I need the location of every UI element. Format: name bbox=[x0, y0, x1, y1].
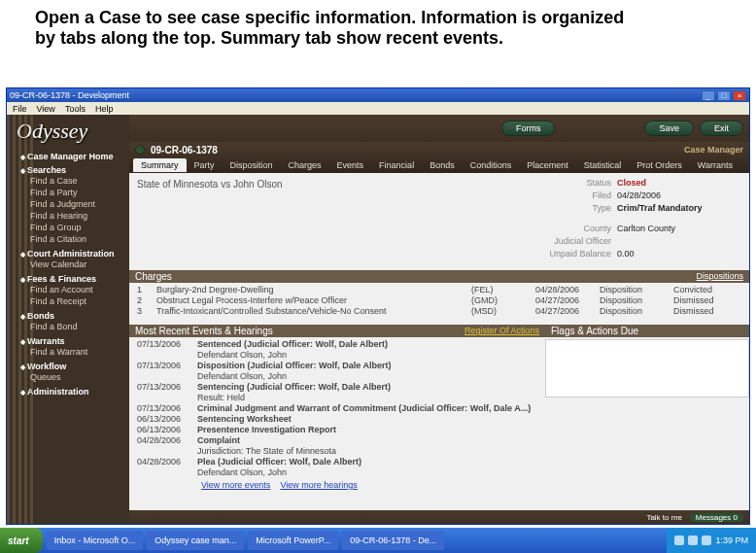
county-label: County bbox=[533, 223, 611, 235]
flags-title: Flags & Actions Due bbox=[551, 326, 638, 336]
taskbar: start Inbox - Microsoft O... Odyssey cas… bbox=[0, 528, 756, 553]
nav-find-account[interactable]: Find an Account bbox=[20, 284, 125, 295]
menu-file[interactable]: File bbox=[13, 104, 27, 114]
events-header: Most Recent Events & Hearings Register O… bbox=[129, 325, 545, 337]
nav-find-judgment[interactable]: Find a Judgment bbox=[20, 198, 125, 210]
event-detail: Defendant Olson, John bbox=[135, 467, 539, 478]
nav-fees[interactable]: Fees & Finances bbox=[20, 274, 125, 284]
case-back-icon[interactable] bbox=[135, 145, 145, 155]
close-button[interactable]: × bbox=[733, 90, 746, 101]
tab-financial[interactable]: Financial bbox=[371, 158, 422, 172]
nav-view-calendar[interactable]: View Calendar bbox=[20, 259, 125, 270]
nav-find-hearing[interactable]: Find a Hearing bbox=[20, 210, 125, 222]
menu-tools[interactable]: Tools bbox=[65, 104, 86, 114]
nav-find-bond[interactable]: Find a Bond bbox=[20, 321, 125, 332]
exit-button[interactable]: Exit bbox=[700, 121, 743, 136]
tabs: Summary Party Disposition Charges Events… bbox=[129, 157, 749, 173]
tab-events[interactable]: Events bbox=[329, 158, 372, 172]
tab-conditions[interactable]: Conditions bbox=[463, 158, 520, 172]
charges-title: Charges bbox=[135, 271, 172, 282]
status-bar: Talk to me Messages 0 bbox=[129, 510, 749, 524]
tab-bonds[interactable]: Bonds bbox=[422, 158, 463, 172]
forms-button[interactable]: Forms bbox=[501, 121, 556, 136]
charge-row[interactable]: 3Traffic-Intoxicant/Controlled Substance… bbox=[135, 306, 743, 317]
nav-find-warrant[interactable]: Find a Warrant bbox=[20, 346, 125, 358]
view-more-hearings-link[interactable]: View more hearings bbox=[280, 480, 357, 490]
nav-warrants[interactable]: Warrants bbox=[20, 336, 125, 346]
task-item[interactable]: 09-CR-06-1378 - De... bbox=[342, 531, 444, 550]
balance-label: Unpaid Balance bbox=[533, 248, 611, 260]
task-item[interactable]: Microsoft PowerP... bbox=[248, 531, 338, 550]
tab-summary[interactable]: Summary bbox=[133, 158, 187, 172]
judge-label: Judicial Officer bbox=[533, 235, 611, 248]
dispositions-link[interactable]: Dispositions bbox=[696, 271, 743, 282]
status-value: Closed bbox=[617, 177, 646, 190]
clock: 1:39 PM bbox=[715, 536, 748, 545]
county-value: Carlton County bbox=[617, 223, 675, 235]
task-item[interactable]: Odyssey case man... bbox=[147, 531, 244, 550]
event-row[interactable]: 04/28/2006Complaint bbox=[135, 435, 539, 446]
filed-value: 04/28/2006 bbox=[617, 190, 661, 202]
event-row[interactable]: 06/13/2006Presentence Investigation Repo… bbox=[135, 425, 539, 435]
event-detail: Defendant Olson, John bbox=[135, 350, 539, 361]
nav-find-citation[interactable]: Find a Citation bbox=[20, 233, 125, 245]
event-row[interactable]: 07/13/2006Sentencing (Judicial Officer: … bbox=[135, 382, 539, 393]
maximize-button[interactable]: □ bbox=[717, 90, 731, 101]
logo: Odyssey bbox=[7, 115, 129, 150]
events-title: Most Recent Events & Hearings bbox=[135, 326, 273, 336]
topbar: Forms Save Exit bbox=[129, 115, 749, 142]
content: State of Minnesota vs John Olson StatusC… bbox=[129, 173, 749, 524]
event-row[interactable]: 07/13/2006Disposition (Judicial Officer:… bbox=[135, 361, 539, 371]
nav-workflow[interactable]: Workflow bbox=[20, 362, 125, 371]
nav-queues[interactable]: Queues bbox=[20, 371, 125, 383]
type-label: Type bbox=[533, 202, 611, 215]
messages-button[interactable]: Messages 0 bbox=[690, 513, 743, 522]
nav-find-group[interactable]: Find a Group bbox=[20, 222, 125, 233]
event-row[interactable]: 04/28/2006Plea (Judicial Officer: Wolf, … bbox=[135, 457, 539, 467]
nav-find-receipt[interactable]: Find a Receipt bbox=[20, 295, 125, 307]
nav-home[interactable]: Case Manager Home bbox=[20, 152, 125, 161]
nav-find-case[interactable]: Find a Case bbox=[20, 175, 125, 187]
tray-icon[interactable] bbox=[702, 536, 711, 545]
tab-party[interactable]: Party bbox=[187, 158, 223, 172]
type-value: Crim/Traf Mandatory bbox=[617, 202, 703, 215]
menu-help[interactable]: Help bbox=[95, 104, 114, 114]
nav-find-party[interactable]: Find a Party bbox=[20, 187, 125, 198]
event-row[interactable]: 07/13/2006Sentenced (Judicial Officer: W… bbox=[135, 339, 539, 350]
app-window: 09-CR-06-1378 - Development _ □ × File V… bbox=[6, 87, 750, 525]
charge-row[interactable]: 2Obstruct Legal Process-Interfere w/Peac… bbox=[135, 295, 743, 306]
event-row[interactable]: 07/13/2006Criminal Judgment and Warrant … bbox=[135, 403, 539, 414]
tab-placement[interactable]: Placement bbox=[519, 158, 576, 172]
tray-icon[interactable] bbox=[674, 536, 684, 545]
talk-to-me[interactable]: Talk to me bbox=[646, 513, 681, 522]
event-row[interactable]: 06/13/2006Sentencing Worksheet bbox=[135, 414, 539, 425]
tab-warrants[interactable]: Warrants bbox=[690, 158, 740, 172]
titlebar[interactable]: 09-CR-06-1378 - Development _ □ × bbox=[7, 88, 749, 102]
event-detail: Defendant Olson, John bbox=[135, 371, 539, 382]
view-more-events-link[interactable]: View more events bbox=[201, 480, 270, 490]
menu-view[interactable]: View bbox=[37, 104, 55, 114]
start-button[interactable]: start bbox=[0, 528, 43, 553]
menubar: File View Tools Help bbox=[7, 102, 749, 115]
nav-court[interactable]: Court Administration bbox=[20, 249, 125, 259]
tab-disposition[interactable]: Disposition bbox=[223, 158, 281, 172]
tab-statistical[interactable]: Statistical bbox=[576, 158, 630, 172]
nav-admin[interactable]: Administration bbox=[20, 387, 125, 397]
case-bar: 09-CR-06-1378 Case Manager bbox=[129, 142, 749, 157]
task-item[interactable]: Inbox - Microsoft O... bbox=[47, 531, 144, 550]
minimize-button[interactable]: _ bbox=[702, 90, 715, 101]
nav-searches[interactable]: Searches bbox=[20, 165, 125, 175]
register-of-actions-link[interactable]: Register Of Actions bbox=[464, 326, 539, 336]
nav-bonds[interactable]: Bonds bbox=[20, 311, 125, 321]
status-label: Status bbox=[533, 177, 611, 190]
slide-text-1: Open a Case to see case specific informa… bbox=[35, 8, 624, 27]
charges-header: Charges Dispositions bbox=[129, 270, 749, 283]
tab-prot-orders[interactable]: Prot Orders bbox=[629, 158, 690, 172]
flags-box bbox=[545, 339, 749, 397]
save-button[interactable]: Save bbox=[644, 121, 694, 136]
filed-label: Filed bbox=[533, 190, 611, 202]
tray-icon[interactable] bbox=[688, 536, 698, 545]
tab-charges[interactable]: Charges bbox=[281, 158, 329, 172]
charge-row[interactable]: 1Burglary-2nd Degree-Dwelling(FEL)04/28/… bbox=[135, 285, 743, 295]
system-tray: 1:39 PM bbox=[667, 528, 756, 553]
